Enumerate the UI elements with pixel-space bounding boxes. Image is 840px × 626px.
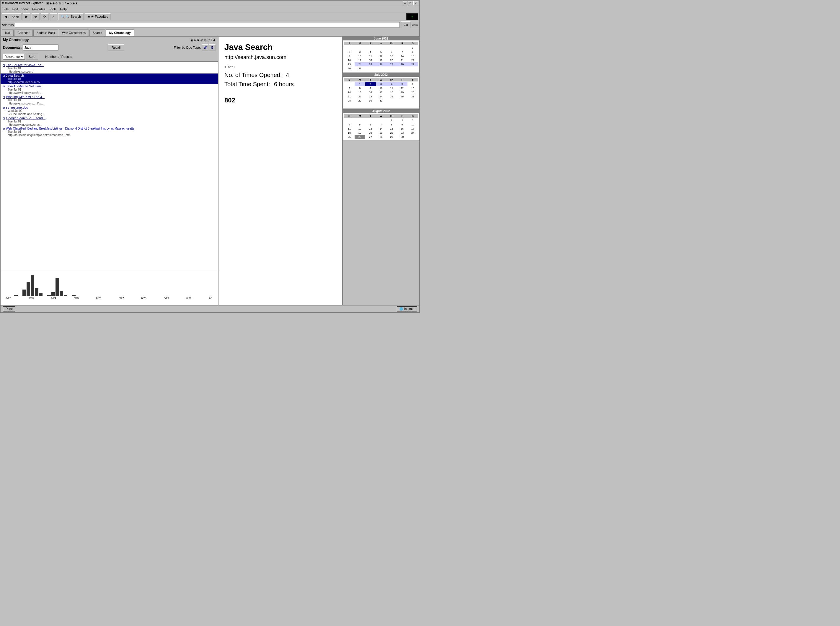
- timeline-bar[interactable]: [22, 290, 26, 296]
- maximize-button[interactable]: □: [408, 1, 413, 5]
- calendar-day[interactable]: 29: [354, 99, 365, 103]
- go-button[interactable]: Go: [401, 21, 411, 28]
- calendar-day[interactable]: 14: [376, 127, 387, 131]
- calendar-day[interactable]: 29: [386, 135, 397, 139]
- address-input[interactable]: [15, 22, 400, 27]
- calendar-day[interactable]: 21: [397, 58, 407, 62]
- calendar-day[interactable]: 6: [407, 82, 418, 86]
- calendar-day[interactable]: 11: [365, 54, 376, 58]
- calendar-day[interactable]: 15: [354, 90, 365, 94]
- calendar-day[interactable]: 15: [386, 127, 397, 131]
- calendar-day[interactable]: 24: [354, 62, 365, 66]
- menu-tools[interactable]: Tools: [47, 7, 58, 11]
- calendar-day[interactable]: 6: [365, 122, 376, 127]
- favorites-button[interactable]: ★ ★ Favorites: [85, 13, 111, 20]
- calendar-day[interactable]: 2: [344, 50, 354, 54]
- calendar-day[interactable]: 28: [397, 62, 407, 66]
- calendar-day[interactable]: 18: [386, 90, 397, 94]
- calendar-day[interactable]: 8: [386, 122, 397, 127]
- calendar-day[interactable]: 23: [365, 94, 376, 99]
- calendar-day[interactable]: 5: [397, 82, 407, 86]
- calendar-day[interactable]: 18: [365, 58, 376, 62]
- menu-favorites[interactable]: Favorites: [30, 7, 47, 11]
- calendar-day[interactable]: 30: [344, 66, 354, 70]
- calendar-day[interactable]: 20: [407, 90, 418, 94]
- calendar-day[interactable]: 27: [407, 94, 418, 99]
- calendar-day[interactable]: 12: [397, 86, 407, 90]
- calendar-day[interactable]: 4: [386, 82, 397, 86]
- recall-button[interactable]: Recall: [108, 44, 125, 51]
- tab-webconferences[interactable]: Web Conferences: [59, 30, 89, 36]
- calendar-day[interactable]: 3: [407, 118, 418, 122]
- calendar-day[interactable]: 8: [354, 86, 365, 90]
- calendar-day[interactable]: 10: [376, 86, 387, 90]
- calendar-day[interactable]: 14: [397, 54, 407, 58]
- calendar-day[interactable]: 4: [365, 50, 376, 54]
- timeline-bar[interactable]: [27, 282, 30, 296]
- timeline-bar[interactable]: [35, 288, 38, 296]
- refresh-button[interactable]: ⟳: [41, 13, 49, 20]
- list-item[interactable]: ⊟ Working with XML: The J... Tue Jul 01 …: [1, 95, 218, 105]
- document-search-input[interactable]: [23, 45, 58, 50]
- calendar-day[interactable]: 12: [376, 54, 387, 58]
- list-item[interactable]: ⊟ Web-Classified: Bed and Breakfast List…: [1, 127, 218, 137]
- filter-email-button[interactable]: E: [209, 44, 216, 51]
- calendar-day[interactable]: 26: [376, 62, 387, 66]
- close-button[interactable]: ✕: [413, 1, 418, 5]
- calendar-day[interactable]: 28: [376, 135, 387, 139]
- list-item[interactable]: ⊟ Google Search: c++ send... Tue Jul 01 …: [1, 116, 218, 127]
- calendar-day[interactable]: 22: [354, 94, 365, 99]
- calendar-day[interactable]: 31: [354, 66, 365, 70]
- calendar-day[interactable]: 20: [365, 131, 376, 135]
- menu-edit[interactable]: Edit: [11, 7, 20, 11]
- tab-mail[interactable]: Mail: [2, 30, 14, 36]
- calendar-day[interactable]: 2: [365, 82, 376, 86]
- calendar-day[interactable]: 5: [376, 50, 387, 54]
- calendar-day[interactable]: 3: [354, 50, 365, 54]
- calendar-day[interactable]: 30: [365, 99, 376, 103]
- list-item[interactable]: ⊟ The Source for Java Tec... Tue Jul 01 …: [1, 63, 218, 74]
- calendar-day[interactable]: 23: [397, 131, 407, 135]
- calendar-day[interactable]: 21: [344, 94, 354, 99]
- calendar-day[interactable]: 27: [365, 135, 376, 139]
- calendar-day[interactable]: 25: [365, 62, 376, 66]
- calendar-day[interactable]: 1: [407, 46, 418, 50]
- calendar-day[interactable]: 29: [407, 62, 418, 66]
- calendar-day[interactable]: 20: [386, 58, 397, 62]
- tab-mychronology[interactable]: My Chronology: [106, 30, 134, 36]
- calendar-day[interactable]: 5: [354, 122, 365, 127]
- calendar-day[interactable]: 17: [376, 90, 387, 94]
- calendar-day[interactable]: 27: [386, 62, 397, 66]
- calendar-day[interactable]: 19: [397, 90, 407, 94]
- calendar-day[interactable]: 23: [344, 62, 354, 66]
- doc-title[interactable]: ⊟ Working with XML: The J...: [3, 95, 216, 99]
- menu-file[interactable]: File: [2, 7, 11, 11]
- timeline-bar[interactable]: [55, 278, 59, 296]
- calendar-day[interactable]: 19: [376, 58, 387, 62]
- tab-addressbook[interactable]: Address Book: [33, 30, 58, 36]
- calendar-day[interactable]: 8: [407, 50, 418, 54]
- doc-title[interactable]: ⊟ Java 10-Minute Solution: [3, 85, 216, 88]
- doc-title[interactable]: ⊟ ss_resume.doc: [3, 106, 216, 109]
- calendar-day[interactable]: 13: [407, 86, 418, 90]
- calendar-day[interactable]: 14: [344, 90, 354, 94]
- calendar-day[interactable]: 9: [344, 54, 354, 58]
- calendar-day[interactable]: 10: [354, 54, 365, 58]
- stop-button[interactable]: ⊗: [31, 13, 39, 20]
- doc-link[interactable]: Web-Classified: Bed and Breakfast Listin…: [6, 127, 134, 130]
- calendar-day[interactable]: 15: [407, 54, 418, 58]
- calendar-day[interactable]: 26: [354, 135, 365, 139]
- forward-button[interactable]: ▶: [23, 13, 30, 20]
- calendar-day[interactable]: 17: [407, 127, 418, 131]
- doc-title[interactable]: ⊟ Java Search: [3, 74, 216, 77]
- calendar-day[interactable]: 10: [407, 122, 418, 127]
- calendar-day[interactable]: 16: [397, 127, 407, 131]
- calendar-day[interactable]: 2: [397, 118, 407, 122]
- calendar-day[interactable]: 31: [376, 99, 387, 103]
- calendar-day[interactable]: 7: [376, 122, 387, 127]
- list-item[interactable]: ⊟ Java Search Tue Jul 01 http://search.j…: [1, 74, 218, 84]
- calendar-day[interactable]: 22: [386, 131, 397, 135]
- calendar-day[interactable]: 4: [344, 122, 354, 127]
- calendar-day[interactable]: 26: [397, 94, 407, 99]
- calendar-day[interactable]: 11: [386, 86, 397, 90]
